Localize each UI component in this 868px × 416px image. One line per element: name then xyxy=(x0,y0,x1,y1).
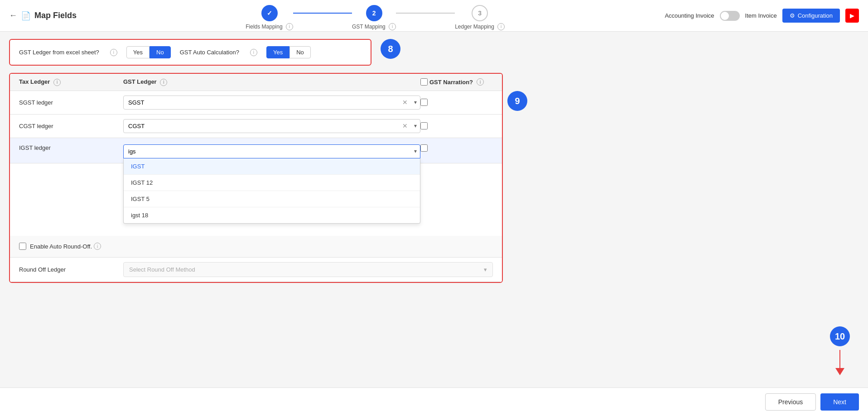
narration-header-checkbox[interactable] xyxy=(420,78,428,86)
header: ← 📄 Map Fields ✓ Fields Mapping i 2 GST … xyxy=(0,0,868,32)
q1-info-icon[interactable]: i xyxy=(110,49,117,56)
sgst-label: SGST ledger xyxy=(19,99,123,106)
sgst-clear-icon[interactable]: ✕ xyxy=(402,99,408,106)
badge-8: 8 xyxy=(381,39,400,59)
step-1-label: Fields Mapping i xyxy=(246,23,293,30)
igst-row: IGST ledger ▾ IGST IGST 12 IGST 5 igst 1… xyxy=(10,138,502,163)
cgst-label: CGST ledger xyxy=(19,123,123,129)
stepper: ✓ Fields Mapping i 2 GST Mapping i 3 Led… xyxy=(104,1,646,30)
sgst-select-wrapper: ✕ ▾ xyxy=(123,96,420,110)
round-off-row: Enable Auto Round-Off. i xyxy=(10,236,502,258)
tax-ledger-info-icon[interactable]: i xyxy=(53,79,61,86)
badge-10: 10 xyxy=(830,326,850,346)
sgst-row: SGST ledger ✕ ▾ xyxy=(10,91,502,115)
col-narration-header: GST Narration? i xyxy=(420,78,493,86)
cgst-row: CGST ledger ✕ ▾ xyxy=(10,115,502,138)
cgst-narration-cell xyxy=(420,122,493,129)
question-bar: GST Ledger from excel sheet? i Yes No GS… xyxy=(9,39,371,66)
accounting-invoice-label: Accounting Invoice xyxy=(665,12,714,19)
sgst-narration-cell xyxy=(420,99,493,106)
bottom-navigation: Previous Next xyxy=(0,387,868,416)
gst-ledger-info-icon[interactable]: i xyxy=(160,79,167,86)
youtube-button[interactable]: ▶ xyxy=(845,9,859,23)
igst-dropdown-wrapper: ▾ IGST IGST 12 IGST 5 igst 18 xyxy=(123,144,420,158)
main-content: GST Ledger from excel sheet? i Yes No GS… xyxy=(0,32,868,290)
q2-info-icon[interactable]: i xyxy=(250,49,257,56)
back-button[interactable]: ← xyxy=(9,11,17,20)
igst-select-wrapper: ▾ IGST IGST 12 IGST 5 igst 18 xyxy=(123,144,420,158)
table-container: Tax Ledger i GST Ledger i GST Narration?… xyxy=(9,73,503,283)
igst-narration-checkbox[interactable] xyxy=(420,144,428,152)
toggle-knob xyxy=(721,12,729,20)
cgst-clear-icon[interactable]: ✕ xyxy=(402,122,408,129)
igst-input[interactable] xyxy=(123,144,420,158)
badge-9: 9 xyxy=(507,91,527,111)
main-table-area: Tax Ledger i GST Ledger i GST Narration?… xyxy=(9,73,859,283)
igst-narration-cell xyxy=(420,144,493,152)
round-off-chevron-icon: ▾ xyxy=(484,266,487,273)
step-2-info-icon[interactable]: i xyxy=(389,23,396,30)
step-2: 2 GST Mapping i xyxy=(352,5,396,30)
q2-text: GST Auto Calculation? xyxy=(180,49,239,56)
badge-9-wrapper: 9 xyxy=(507,91,527,111)
step-2-label: GST Mapping i xyxy=(352,23,396,30)
q1-yes-button[interactable]: Yes xyxy=(126,46,149,58)
igst-option-igst18[interactable]: igst 18 xyxy=(124,207,420,223)
round-off-method-select[interactable]: Select Round Off Method ▾ xyxy=(123,262,493,277)
step-3-circle: 3 xyxy=(472,5,488,21)
enable-round-off-checkbox[interactable] xyxy=(19,243,26,250)
gear-icon: ⚙ xyxy=(790,12,795,19)
col-tax-ledger-header: Tax Ledger i xyxy=(19,78,123,86)
cgst-input[interactable] xyxy=(123,119,420,133)
step-1-info-icon[interactable]: i xyxy=(286,23,293,30)
configuration-button[interactable]: ⚙ Configuration xyxy=(782,9,840,23)
next-button[interactable]: Next xyxy=(820,393,859,411)
igst-option-igst5[interactable]: IGST 5 xyxy=(124,191,420,207)
q1-no-button[interactable]: No xyxy=(149,46,171,58)
arrow-line xyxy=(839,350,840,368)
cgst-select-wrapper: ✕ ▾ xyxy=(123,119,420,133)
q1-btn-group: Yes No xyxy=(126,46,171,58)
step-1: ✓ Fields Mapping i xyxy=(246,5,293,30)
col-gst-ledger-header: GST Ledger i xyxy=(123,78,420,86)
sgst-narration-checkbox[interactable] xyxy=(420,99,428,106)
q2-no-button[interactable]: No xyxy=(289,46,311,58)
igst-dropdown-list: IGST IGST 12 IGST 5 igst 18 xyxy=(123,158,420,224)
cgst-narration-checkbox[interactable] xyxy=(420,122,428,129)
arrow-down xyxy=(835,368,844,375)
igst-option-igst12[interactable]: IGST 12 xyxy=(124,175,420,191)
step-1-circle: ✓ xyxy=(261,5,278,21)
enable-round-off-label: Enable Auto Round-Off. xyxy=(30,243,92,250)
round-off-ledger-label: Round Off Ledger xyxy=(19,266,123,273)
previous-button[interactable]: Previous xyxy=(765,393,816,411)
step-3: 3 Ledger Mapping i xyxy=(455,5,505,30)
round-off-info-icon[interactable]: i xyxy=(94,243,101,250)
igst-option-igst[interactable]: IGST xyxy=(124,158,420,175)
step-line-2 xyxy=(396,13,455,14)
q2-yes-button[interactable]: Yes xyxy=(266,46,289,58)
page-title: Map Fields xyxy=(34,11,77,20)
sgst-input[interactable] xyxy=(123,96,420,110)
item-invoice-label: Item Invoice xyxy=(745,12,777,19)
sgst-field-wrapper: ✕ ▾ xyxy=(123,96,420,110)
accounting-toggle[interactable] xyxy=(720,11,740,21)
document-icon: 📄 xyxy=(21,11,31,21)
step-3-label: Ledger Mapping i xyxy=(455,23,505,30)
round-off-ledger-row: Round Off Ledger Select Round Off Method… xyxy=(10,258,502,282)
cgst-field-wrapper: ✕ ▾ xyxy=(123,119,420,133)
q2-btn-group: Yes No xyxy=(266,46,311,58)
top-section: GST Ledger from excel sheet? i Yes No GS… xyxy=(9,39,859,73)
step-3-info-icon[interactable]: i xyxy=(497,23,505,30)
table-header-row: Tax Ledger i GST Ledger i GST Narration?… xyxy=(10,74,502,91)
narration-info-icon[interactable]: i xyxy=(477,78,484,86)
step-line-1 xyxy=(293,13,352,14)
step-2-circle: 2 xyxy=(366,5,382,21)
header-right: Accounting Invoice Item Invoice ⚙ Config… xyxy=(665,9,859,23)
igst-label: IGST ledger xyxy=(19,144,123,151)
q1-text: GST Ledger from excel sheet? xyxy=(19,49,99,56)
annotation-area: 10 xyxy=(830,326,850,375)
